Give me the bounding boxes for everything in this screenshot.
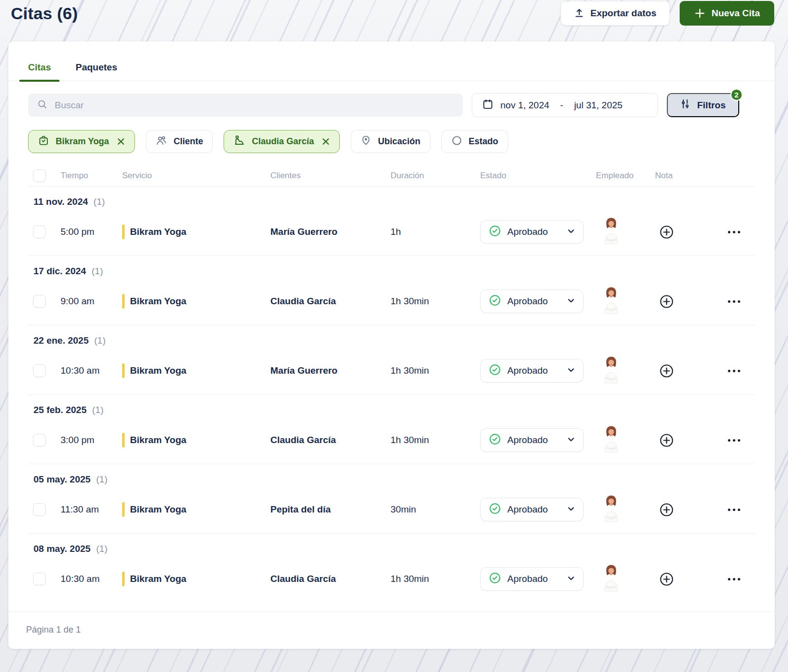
- appointment-row: 9:00 am Bikram Yoga Claudia García 1h 30…: [28, 278, 755, 325]
- row-checkbox[interactable]: [33, 225, 46, 238]
- row-checkbox[interactable]: [33, 295, 46, 308]
- chevron-down-icon: [567, 505, 575, 515]
- more-options-button[interactable]: [726, 437, 742, 444]
- chip-cliente[interactable]: Cliente: [146, 130, 213, 153]
- service-name: Bikram Yoga: [130, 574, 186, 584]
- chip-client-claudia-garcia[interactable]: Claudia García: [224, 130, 340, 153]
- ellipsis-icon: [728, 370, 740, 372]
- chevron-down-icon: [567, 366, 575, 376]
- appointment-groups: 11 nov. 2024 (1) 5:00 pm Bikram Yoga Mar…: [28, 187, 755, 603]
- select-all-checkbox[interactable]: [33, 169, 46, 182]
- appointment-group: 25 feb. 2025 (1) 3:00 pm Bikram Yoga Cla…: [28, 395, 755, 464]
- appointment-duration: 1h 30min: [391, 574, 480, 584]
- employee-avatar[interactable]: [602, 564, 621, 594]
- group-date: 25 feb. 2025: [33, 405, 87, 415]
- remove-filter-icon[interactable]: [322, 137, 330, 146]
- appointment-time: 11:30 am: [61, 504, 122, 515]
- appointment-client: María Guerrero: [270, 365, 391, 376]
- ellipsis-icon: [728, 509, 740, 511]
- date-end: jul 31, 2025: [574, 100, 623, 111]
- add-note-button[interactable]: [657, 570, 676, 589]
- chip-ubicacion[interactable]: Ubicación: [351, 130, 430, 153]
- header-actions: Exportar datos Nueva Cita: [560, 1, 774, 26]
- new-appointment-button[interactable]: Nueva Cita: [680, 1, 774, 26]
- row-checkbox[interactable]: [33, 573, 46, 585]
- tab-paquetes[interactable]: Paquetes: [66, 58, 126, 81]
- add-note-button[interactable]: [657, 361, 676, 381]
- date-separator: -: [556, 100, 567, 111]
- appointment-service: Bikram Yoga: [122, 224, 270, 239]
- group-heading: 17 dic. 2024 (1): [28, 256, 755, 278]
- status-label: Aprobado: [507, 574, 561, 584]
- add-note-button[interactable]: [657, 431, 676, 450]
- status-dropdown[interactable]: Aprobado: [480, 428, 584, 452]
- status-dropdown[interactable]: Aprobado: [480, 289, 584, 313]
- appointment-group: 22 ene. 2025 (1) 10:30 am Bikram Yoga Ma…: [28, 325, 755, 395]
- row-checkbox[interactable]: [33, 434, 46, 447]
- col-header-estado: Estado: [480, 171, 596, 181]
- filters-button[interactable]: Filtros 2: [667, 93, 739, 117]
- group-heading: 05 may. 2025 (1): [28, 464, 755, 486]
- service-bag-icon: [38, 135, 49, 149]
- status-dropdown[interactable]: Aprobado: [480, 359, 584, 383]
- service-name: Bikram Yoga: [130, 435, 186, 446]
- employee-avatar[interactable]: [602, 356, 621, 385]
- add-note-button[interactable]: [657, 500, 676, 519]
- appointment-service: Bikram Yoga: [122, 363, 270, 378]
- appointment-client: Claudia García: [270, 435, 391, 446]
- more-options-button[interactable]: [726, 507, 742, 513]
- ellipsis-icon: [728, 578, 740, 580]
- add-note-button[interactable]: [657, 292, 676, 311]
- service-name: Bikram Yoga: [130, 296, 186, 307]
- check-circle-icon: [489, 363, 501, 378]
- card-footer: Página 1 de 1: [8, 611, 775, 649]
- status-dropdown[interactable]: Aprobado: [480, 220, 584, 244]
- more-options-button[interactable]: [726, 368, 742, 374]
- appointment-service: Bikram Yoga: [122, 433, 270, 448]
- employee-avatar[interactable]: [602, 425, 621, 455]
- col-header-tiempo: Tiempo: [61, 171, 122, 181]
- more-options-button[interactable]: [726, 298, 742, 305]
- status-dropdown[interactable]: Aprobado: [480, 567, 584, 591]
- table-header: Tiempo Servicio Clientes Duración Estado…: [28, 165, 755, 187]
- export-data-button[interactable]: Exportar datos: [560, 1, 670, 26]
- appointment-time: 3:00 pm: [61, 435, 122, 446]
- appointment-group: 05 may. 2025 (1) 11:30 am Bikram Yoga Pe…: [28, 464, 755, 534]
- search-input[interactable]: [55, 100, 454, 111]
- employee-avatar[interactable]: [602, 217, 621, 247]
- appointment-duration: 1h 30min: [391, 296, 480, 307]
- chevron-down-icon: [567, 296, 575, 307]
- employee-avatar[interactable]: [602, 495, 621, 524]
- chip-label: Cliente: [173, 136, 203, 147]
- chip-estado[interactable]: Estado: [441, 130, 508, 153]
- row-checkbox[interactable]: [33, 503, 46, 516]
- employee-avatar[interactable]: [602, 287, 621, 316]
- chip-service-bikram-yoga[interactable]: Bikram Yoga: [28, 130, 135, 153]
- check-circle-icon: [489, 224, 501, 239]
- tab-citas[interactable]: Citas: [19, 58, 60, 81]
- page-title: Citas (6): [11, 1, 78, 23]
- appointment-row: 10:30 am Bikram Yoga Claudia García 1h 3…: [28, 555, 755, 603]
- service-name: Bikram Yoga: [130, 365, 186, 376]
- search-icon: [37, 99, 48, 112]
- more-options-button[interactable]: [726, 229, 742, 235]
- appointment-row: 3:00 pm Bikram Yoga Claudia García 1h 30…: [28, 416, 755, 464]
- col-header-duracion: Duración: [391, 171, 480, 181]
- search-box[interactable]: [28, 94, 463, 117]
- filters-count-badge: 2: [730, 89, 743, 101]
- row-checkbox[interactable]: [33, 364, 46, 377]
- appointment-client: María Guerrero: [270, 226, 391, 237]
- location-pin-icon: [361, 135, 371, 148]
- remove-filter-icon[interactable]: [117, 137, 125, 146]
- more-options-button[interactable]: [726, 576, 742, 582]
- chevron-down-icon: [567, 435, 575, 446]
- chip-label: Estado: [469, 136, 498, 147]
- status-dropdown[interactable]: Aprobado: [480, 498, 584, 521]
- date-range-picker[interactable]: nov 1, 2024 - jul 31, 2025: [472, 93, 658, 117]
- filter-chips: Bikram Yoga Cliente: [28, 130, 755, 153]
- date-start: nov 1, 2024: [500, 100, 549, 111]
- appointment-time: 10:30 am: [61, 365, 122, 376]
- group-count: (1): [94, 335, 105, 346]
- add-note-button[interactable]: [657, 223, 676, 242]
- group-count: (1): [94, 196, 105, 207]
